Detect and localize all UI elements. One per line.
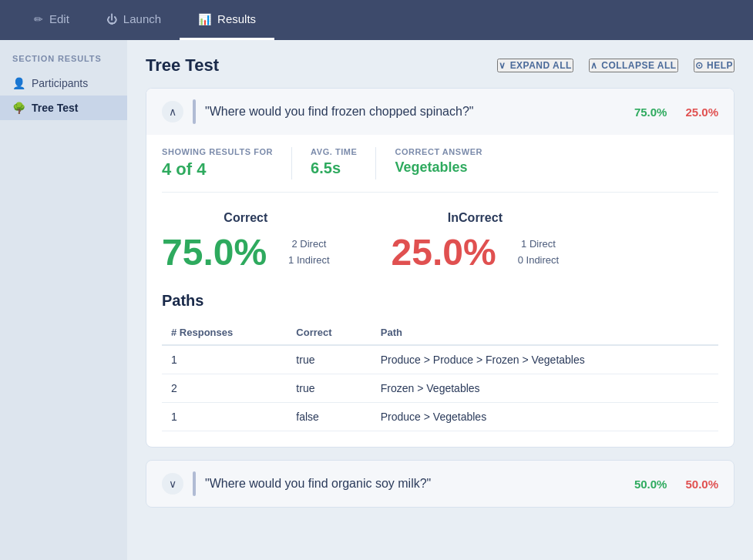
header-actions: ∨ EXPAND ALL ∧ COLLAPSE ALL ⊙ HELP [497,59,735,72]
question-incorrect-pct-1: 25.0% [685,106,718,119]
correct-label: Correct [162,211,330,225]
layout: Section Results 👤 Participants 🌳 Tree Te… [0,40,753,560]
question-header-2[interactable]: ∨ "Where would you find organic soy milk… [146,461,734,507]
main-content: Tree Test ∨ EXPAND ALL ∧ COLLAPSE ALL ⊙ … [127,40,753,560]
collapse-button-1[interactable]: ∧ [162,101,183,122]
row3-correct: false [287,403,371,431]
help-button[interactable]: ⊙ HELP [694,59,735,72]
avg-time-label: Avg. Time [311,147,357,156]
question-text-2: "Where would you find organic soy milk?" [205,477,625,491]
question-header-1[interactable]: ∧ "Where would you find frozen chopped s… [146,89,734,135]
avg-time-block: Avg. Time 6.5s [311,147,376,179]
col-responses: # Responses [162,320,287,345]
tab-results[interactable]: 📊 Results [180,0,274,40]
question-correct-pct-2: 50.0% [634,478,667,491]
correct-answer-block: Correct Answer Vegetables [395,147,501,179]
col-correct: Correct [287,320,371,345]
correct-pct-value: 75.0% [162,231,267,273]
avg-time-value: 6.5s [311,159,357,177]
results-icon: 📊 [198,13,211,25]
stats-row-1: Showing Results for 4 of 4 Avg. Time 6.5… [162,135,718,193]
showing-results-block: Showing Results for 4 of 4 [162,147,292,179]
sidebar-item-tree-test[interactable]: 🌳 Tree Test [0,96,127,120]
question-text-1: "Where would you find frozen chopped spi… [205,105,625,119]
correct-answer-value: Vegetables [395,159,482,176]
tab-edit[interactable]: ✏ Edit [15,0,88,40]
sidebar-section-label: Section Results [0,54,127,71]
row2-path: Frozen > Vegetables [371,374,718,403]
question-accent-2 [193,471,196,496]
question-card-2: ∨ "Where would you find organic soy milk… [146,460,735,508]
tree-test-icon: 🌳 [12,102,25,114]
expand-all-button[interactable]: ∨ EXPAND ALL [497,59,573,72]
correct-pair: 75.0% 2 Direct 1 Indirect [162,231,330,273]
correct-block: Correct 75.0% 2 Direct 1 Indirect [162,211,330,273]
incorrect-direct: 1 Direct [518,236,559,253]
row3-responses: 1 [162,403,287,431]
row3-path: Produce > Vegetables [371,403,718,431]
tab-launch[interactable]: ⏻ Launch [88,0,180,40]
incorrect-details: 1 Direct 0 Indirect [518,236,559,269]
paths-table: # Responses Correct Path 1 true Produce … [162,320,718,431]
edit-icon: ✏ [34,13,43,25]
incorrect-indirect: 0 Indirect [518,253,559,269]
row2-correct: true [287,374,371,403]
question-incorrect-pct-2: 50.0% [685,478,718,491]
incorrect-pct-value: 25.0% [392,231,496,273]
paths-title: Paths [162,292,718,310]
incorrect-block: InCorrect 25.0% 1 Direct 0 Indirect [392,211,560,273]
row1-responses: 1 [162,345,287,374]
question-card-1: ∧ "Where would you find frozen chopped s… [146,88,735,448]
showing-results-label: Showing Results for [162,147,273,156]
correct-direct: 2 Direct [288,236,329,253]
page-header: Tree Test ∨ EXPAND ALL ∧ COLLAPSE ALL ⊙ … [146,55,735,75]
paths-header-row: # Responses Correct Path [162,320,718,345]
question-correct-pct-1: 75.0% [634,106,667,119]
participants-icon: 👤 [12,77,25,89]
help-icon: ⊙ [695,60,703,71]
correct-answer-label: Correct Answer [395,147,482,156]
paths-table-head: # Responses Correct Path [162,320,718,345]
collapse-button-2[interactable]: ∨ [162,473,183,495]
paths-section-1: Paths # Responses Correct Path 1 [162,280,718,431]
question-accent-1 [193,99,196,124]
col-path: Path [371,320,718,345]
sidebar-item-participants[interactable]: 👤 Participants [0,71,127,96]
incorrect-label: InCorrect [392,211,560,225]
top-nav: ✏ Edit ⏻ Launch 📊 Results [0,0,753,40]
sidebar: Section Results 👤 Participants 🌳 Tree Te… [0,40,127,560]
showing-results-value: 4 of 4 [162,159,273,179]
row2-responses: 2 [162,374,287,403]
incorrect-pair: 25.0% 1 Direct 0 Indirect [392,231,560,273]
correct-details: 2 Direct 1 Indirect [288,236,329,269]
collapse-icon: ∧ [590,60,597,71]
row1-path: Produce > Produce > Frozen > Vegetables [371,345,718,374]
correct-indirect: 1 Indirect [288,253,329,269]
table-row: 1 true Produce > Produce > Frozen > Vege… [162,345,718,374]
paths-table-body: 1 true Produce > Produce > Frozen > Vege… [162,345,718,431]
expand-icon: ∨ [499,60,506,71]
launch-icon: ⏻ [106,13,117,25]
table-row: 1 false Produce > Vegetables [162,403,718,431]
collapse-all-button[interactable]: ∧ COLLAPSE ALL [589,59,678,72]
page-title: Tree Test [146,55,219,75]
question-body-1: Showing Results for 4 of 4 Avg. Time 6.5… [146,135,734,447]
row1-correct: true [287,345,371,374]
results-section-1: Correct 75.0% 2 Direct 1 Indirect InCorr… [162,193,718,280]
table-row: 2 true Frozen > Vegetables [162,374,718,403]
